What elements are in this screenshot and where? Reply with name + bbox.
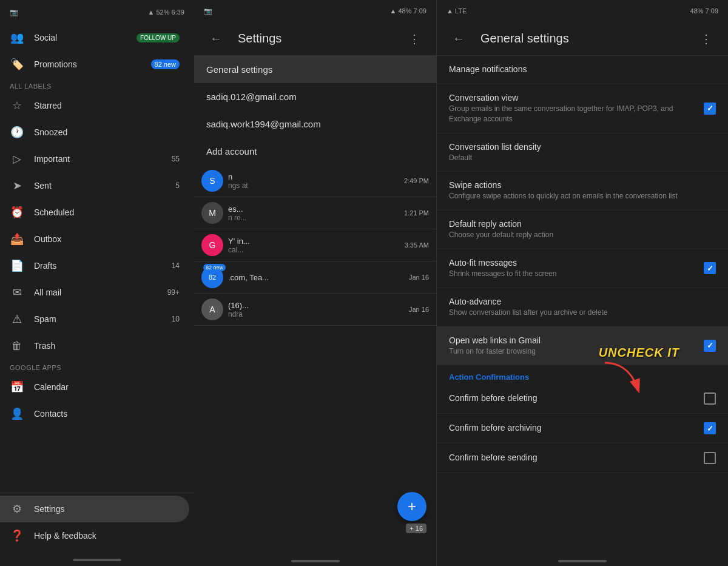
sidebar-item-spam[interactable]: ⚠ Spam 10 (0, 306, 189, 332)
settings-menu-account1[interactable]: sadiq.012@gmail.com (194, 83, 436, 110)
spam-icon: ⚠ (10, 312, 24, 326)
settings-more-button[interactable]: ⋮ (402, 27, 426, 51)
allmail-count: 99+ (167, 288, 180, 297)
sidebar-item-drafts[interactable]: 📄 Drafts 14 (0, 252, 189, 279)
email-preview-3-snippet: cal... (228, 246, 400, 254)
settings-menu-account2[interactable]: sadiq.work1994@gmail.com (194, 110, 436, 138)
email-preview-4-text: .com, Tea... (228, 273, 404, 282)
sidebar-item-promotions[interactable]: 🏷️ Promotions 82 new (0, 51, 189, 78)
email-preview-3: G Y' in... cal... 3:35 AM (194, 229, 436, 261)
email-preview-3-text: Y' in... cal... (228, 237, 400, 254)
sidebar-label-snoozed: Snoozed (34, 127, 180, 137)
promotions-icon: 🏷️ (10, 57, 24, 72)
panel3-status-bar: ▲ LTE 48% 7:09 (437, 0, 728, 22)
open-web-links-subtitle: Turn on for faster browsing (449, 346, 696, 357)
row-swipe-actions[interactable]: Swipe actions Configure swipe actions to… (437, 172, 728, 211)
row-confirm-archiving[interactable]: Confirm before archiving (437, 414, 728, 443)
panel2-nav-indicator (291, 560, 340, 562)
conversation-density-subtitle: Default (449, 153, 716, 163)
sidebar-item-settings[interactable]: ⚙ Settings (0, 496, 189, 522)
confirm-archiving-checkbox[interactable] (704, 422, 716, 434)
email-preview-5-snippet: ndra (228, 310, 404, 318)
sidebar-item-allmail[interactable]: ✉ All mail 99+ (0, 279, 189, 306)
sidebar-divider (0, 493, 194, 493)
row-conversation-density[interactable]: Conversation list density Default (437, 133, 728, 172)
settings-scroll-area[interactable]: Manage notifications Conversation view G… (437, 56, 728, 558)
all-labels-section: ALL LABELS (0, 78, 194, 92)
account1-label: sadiq.012@gmail.com (206, 92, 297, 102)
sidebar-item-social[interactable]: 👥 Social FOLLOW UP (0, 24, 189, 51)
sidebar-label-scheduled: Scheduled (34, 207, 180, 217)
row-confirm-deleting[interactable]: Confirm before deleting (437, 384, 728, 414)
row-open-web-links[interactable]: Open web links in Gmail Turn on for fast… (437, 327, 728, 366)
action-confirmations-header: Action Confirmations (437, 365, 728, 384)
sidebar-top-bar: 📷 ▲ 52% 6:39 (0, 0, 194, 24)
sidebar-item-trash[interactable]: 🗑 Trash (0, 332, 189, 359)
confirm-deleting-title: Confirm before deleting (449, 393, 696, 403)
allmail-icon: ✉ (10, 285, 24, 300)
social-badge: FOLLOW UP (136, 33, 180, 42)
row-conversation-view[interactable]: Conversation view Group emails in the sa… (437, 84, 728, 133)
drafts-count: 14 (172, 261, 180, 270)
snoozed-icon: 🕐 (10, 125, 24, 140)
row-manage-notifications[interactable]: Manage notifications (437, 56, 728, 84)
swipe-actions-subtitle: Configure swipe actions to quickly act o… (449, 191, 716, 201)
sidebar-item-help[interactable]: ❓ Help & feedback (0, 522, 189, 549)
sidebar: 📷 ▲ 52% 6:39 👥 Social FOLLOW UP 🏷️ Promo… (0, 0, 194, 566)
avatar-2: M (201, 202, 223, 224)
row-auto-advance[interactable]: Auto-advance Show conversation list afte… (437, 288, 728, 327)
auto-fit-title: Auto-fit messages (449, 258, 696, 268)
email-preview-1-time: 2:49 PM (404, 177, 429, 184)
panel3-status-icons: ▲ LTE (447, 7, 467, 15)
social-icon: 👥 (10, 30, 24, 45)
sidebar-item-sent[interactable]: ➤ Sent 5 (0, 172, 189, 199)
general-settings-label: General settings (206, 64, 272, 75)
confirm-deleting-text: Confirm before deleting (449, 393, 696, 404)
auto-fit-checkbox[interactable] (704, 262, 716, 274)
back-arrow-icon-2: ← (453, 32, 465, 45)
confirm-sending-title: Confirm before sending (449, 453, 696, 462)
manage-notifications-text: Manage notifications (449, 64, 716, 75)
general-settings-panel: ▲ LTE 48% 7:09 ← General settings ⋮ Mana… (437, 0, 728, 566)
sidebar-item-contacts[interactable]: 👤 Contacts (0, 400, 189, 427)
sidebar-label-drafts: Drafts (34, 261, 172, 271)
google-apps-section: GOOGLE APPS (0, 359, 194, 374)
settings-panel-title: Settings (238, 32, 402, 45)
general-settings-more-button[interactable]: ⋮ (694, 27, 718, 51)
settings-menu-add-account[interactable]: Add account (194, 138, 436, 165)
panel3-status-right: 48% 7:09 (690, 7, 718, 15)
confirm-deleting-checkbox[interactable] (704, 392, 716, 405)
confirm-archiving-text: Confirm before archiving (449, 423, 696, 434)
confirm-sending-checkbox[interactable] (704, 452, 716, 464)
general-settings-back-button[interactable]: ← (447, 27, 471, 51)
row-auto-fit[interactable]: Auto-fit messages Shrink messages to fit… (437, 249, 728, 288)
sidebar-item-scheduled[interactable]: ⏰ Scheduled (0, 199, 189, 226)
conversation-view-checkbox[interactable] (704, 103, 716, 115)
confirm-archiving-title: Confirm before archiving (449, 423, 696, 433)
row-confirm-sending[interactable]: Confirm before sending (437, 443, 728, 473)
email-preview-1-text: n ngs at (228, 172, 399, 190)
sidebar-item-outbox[interactable]: 📤 Outbox (0, 226, 189, 252)
sidebar-item-starred[interactable]: ☆ Starred (0, 92, 189, 119)
settings-menu-general[interactable]: General settings (194, 56, 436, 83)
default-reply-subtitle: Choose your default reply action (449, 230, 716, 240)
sidebar-label-outbox: Outbox (34, 234, 180, 244)
settings-back-button[interactable]: ← (204, 27, 228, 51)
open-web-links-checkbox[interactable] (704, 340, 716, 352)
sidebar-item-important[interactable]: ▷ Important 55 (0, 146, 189, 172)
back-arrow-icon: ← (210, 32, 222, 45)
email-preview-2-sender: es... (228, 204, 399, 214)
contacts-icon: 👤 (10, 406, 24, 421)
manage-notifications-title: Manage notifications (449, 64, 716, 74)
auto-fit-subtitle: Shrink messages to fit the screen (449, 269, 696, 279)
compose-fab[interactable]: + (397, 492, 426, 521)
general-settings-title: General settings (480, 32, 694, 45)
action-confirmations-label: Action Confirmations (449, 372, 529, 382)
avatar-1: S (201, 170, 223, 192)
auto-advance-title: Auto-advance (449, 297, 716, 306)
row-default-reply[interactable]: Default reply action Choose your default… (437, 211, 728, 249)
email-preview-1-snippet: ngs at (228, 181, 399, 190)
sidebar-item-calendar[interactable]: 📅 Calendar (0, 374, 189, 400)
auto-advance-text: Auto-advance Show conversation list afte… (449, 297, 716, 318)
sidebar-item-snoozed[interactable]: 🕐 Snoozed (0, 119, 189, 146)
